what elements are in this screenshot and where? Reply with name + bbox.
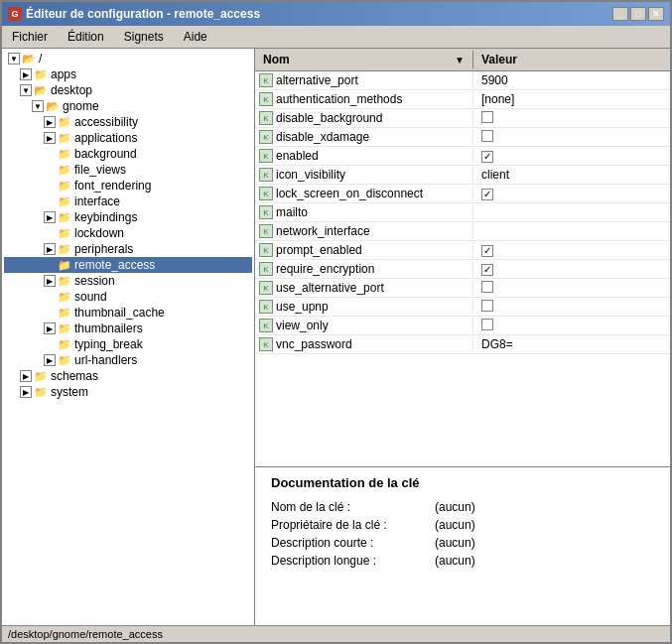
tree-item-apps[interactable]: ▶ 📁 apps <box>4 66 252 82</box>
row-name-0: alternative_port <box>276 73 358 87</box>
table-row[interactable]: Kicon_visibilityclient <box>255 166 670 185</box>
schemas-expand[interactable]: ▶ <box>20 370 32 382</box>
checkbox-4[interactable] <box>481 151 493 163</box>
gnome-expand[interactable]: ▼ <box>32 100 44 112</box>
table-row[interactable]: Kuse_alternative_port <box>255 279 670 298</box>
peripherals-expand[interactable]: ▶ <box>44 243 56 255</box>
table-row[interactable]: Kmailto <box>255 203 670 222</box>
tree-item-system[interactable]: ▶ 📁 system <box>4 384 252 400</box>
tree-root[interactable]: ▼ 📂 / <box>4 51 252 66</box>
tree-item-sound[interactable]: 📁 sound <box>4 289 252 305</box>
tree-item-session[interactable]: ▶ 📁 session <box>4 273 252 289</box>
tree-item-url-handlers[interactable]: ▶ 📁 url-handlers <box>4 352 252 368</box>
applications-expand[interactable]: ▶ <box>44 132 56 144</box>
keybindings-expand[interactable]: ▶ <box>44 211 56 223</box>
close-button[interactable]: ✕ <box>648 7 664 21</box>
row-name-6: lock_screen_on_disconnect <box>276 187 423 200</box>
thumbnail-cache-folder-icon: 📁 <box>58 307 71 320</box>
checkbox-10[interactable] <box>481 264 493 276</box>
row-icon-4: K <box>259 149 273 163</box>
tree-item-peripherals[interactable]: ▶ 📁 peripherals <box>4 241 252 257</box>
lockdown-label: lockdown <box>74 226 124 240</box>
row-name-11: use_alternative_port <box>276 281 384 295</box>
row-icon-5: K <box>259 168 273 182</box>
checkbox-11[interactable] <box>481 281 493 293</box>
statusbar: /desktop/gnome/remote_access <box>2 625 670 642</box>
tree-item-schemas[interactable]: ▶ 📁 schemas <box>4 368 252 384</box>
main-window: G Éditeur de configuration - remote_acce… <box>0 0 672 644</box>
tree-item-keybindings[interactable]: ▶ 📁 keybindings <box>4 209 252 225</box>
table-row[interactable]: Kprompt_enabled <box>255 241 670 260</box>
tree-item-thumbnailers[interactable]: ▶ 📁 thumbnailers <box>4 321 252 336</box>
cell-name-14: Kvnc_password <box>255 336 473 352</box>
table-row[interactable]: Kenabled <box>255 147 670 166</box>
checkbox-13[interactable] <box>481 319 493 330</box>
checkbox-9[interactable] <box>481 245 493 257</box>
table-header: Nom ▼ Valeur <box>255 49 670 71</box>
tree-item-applications[interactable]: ▶ 📁 applications <box>4 130 252 146</box>
thumbnailers-expand[interactable]: ▶ <box>44 322 56 334</box>
row-name-5: icon_visibility <box>276 168 345 182</box>
table-row[interactable]: Kdisable_background <box>255 109 670 128</box>
cell-name-0: Kalternative_port <box>255 72 473 88</box>
menu-fichier[interactable]: Fichier <box>6 28 54 46</box>
peripherals-folder-icon: 📁 <box>58 243 71 256</box>
checkbox-2[interactable] <box>481 111 493 123</box>
root-folder-icon: 📂 <box>22 53 36 65</box>
table-row[interactable]: Krequire_encryption <box>255 260 670 279</box>
cell-value-12 <box>473 299 501 316</box>
peripherals-label: peripherals <box>74 242 133 256</box>
checkbox-3[interactable] <box>481 130 493 142</box>
tree-item-desktop[interactable]: ▼ 📂 desktop <box>4 82 252 98</box>
session-folder-icon: 📁 <box>58 275 71 288</box>
tree-item-gnome[interactable]: ▼ 📂 gnome <box>4 98 252 114</box>
remote-access-folder-icon: 📁 <box>58 259 71 272</box>
tree-item-interface[interactable]: 📁 interface <box>4 193 252 209</box>
menu-signets[interactable]: Signets <box>118 28 170 46</box>
checkbox-6[interactable] <box>481 189 493 200</box>
typing-break-folder-icon: 📁 <box>58 338 71 351</box>
table-row[interactable]: Knetwork_interface <box>255 222 670 241</box>
root-expand[interactable]: ▼ <box>8 53 20 64</box>
table-row[interactable]: Kauthentication_methods[none] <box>255 90 670 109</box>
main-area: ▼ 📂 / ▶ 📁 apps ▼ 📂 desktop ▼ 📂 gnome <box>2 49 670 625</box>
table-row[interactable]: Kview_only <box>255 317 670 335</box>
remote-access-label: remote_access <box>74 258 155 272</box>
url-handlers-label: url-handlers <box>74 353 137 367</box>
file-views-folder-icon: 📁 <box>58 164 71 177</box>
tree-item-font-rendering[interactable]: 📁 font_rendering <box>4 178 252 193</box>
row-icon-2: K <box>259 111 273 125</box>
tree-item-file-views[interactable]: 📁 file_views <box>4 162 252 178</box>
tree-item-thumbnail-cache[interactable]: 📁 thumbnail_cache <box>4 305 252 321</box>
th-sort-icon[interactable]: ▼ <box>455 55 465 65</box>
tree-root-label: / <box>39 52 42 65</box>
documentation-section: Documentation de la clé Nom de la clé : … <box>255 466 670 625</box>
cell-value-0: 5900 <box>473 72 516 88</box>
tree-item-lockdown[interactable]: 📁 lockdown <box>4 225 252 241</box>
tree-item-background[interactable]: 📁 background <box>4 146 252 162</box>
doc-row-1: Propriétaire de la clé : (aucun) <box>271 518 654 532</box>
row-name-8: network_interface <box>276 224 370 238</box>
table-row[interactable]: Kalternative_port5900 <box>255 71 670 90</box>
tree-item-remote-access[interactable]: 📁 remote_access <box>4 257 252 273</box>
minimize-button[interactable]: _ <box>612 7 628 21</box>
table-row[interactable]: Kvnc_passwordDG8= <box>255 335 670 354</box>
desktop-expand[interactable]: ▼ <box>20 84 32 96</box>
tree-item-typing-break[interactable]: 📁 typing_break <box>4 336 252 352</box>
system-expand[interactable]: ▶ <box>20 386 32 398</box>
table-row[interactable]: Kdisable_xdamage <box>255 128 670 147</box>
tree-item-accessibility[interactable]: ▶ 📁 accessibility <box>4 114 252 130</box>
url-handlers-folder-icon: 📁 <box>58 354 71 367</box>
maximize-button[interactable]: □ <box>630 7 646 21</box>
cell-value-9 <box>473 242 501 258</box>
table-row[interactable]: Klock_screen_on_disconnect <box>255 185 670 203</box>
accessibility-expand[interactable]: ▶ <box>44 116 56 128</box>
url-handlers-expand[interactable]: ▶ <box>44 354 56 366</box>
menu-edition[interactable]: Édition <box>62 28 110 46</box>
row-icon-14: K <box>259 337 273 351</box>
checkbox-12[interactable] <box>481 300 493 312</box>
menu-aide[interactable]: Aide <box>178 28 213 46</box>
session-expand[interactable]: ▶ <box>44 275 56 287</box>
table-row[interactable]: Kuse_upnp <box>255 298 670 317</box>
apps-expand[interactable]: ▶ <box>20 68 32 80</box>
